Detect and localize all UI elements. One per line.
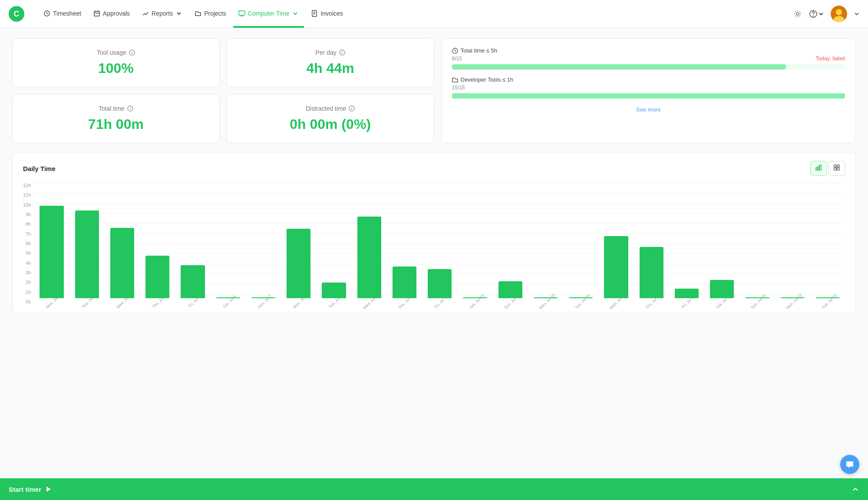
bar-3 [145,256,169,298]
bar-16 [604,236,628,298]
svg-rect-4 [239,11,245,15]
bar-group-5[interactable]: Sat, Jul 6 [211,297,245,304]
bar-group-7[interactable]: Mon, Jul 8 [281,229,316,304]
bar-group-0[interactable]: Mon, Jul 1 [34,206,69,304]
svg-rect-23 [837,168,839,170]
chat-bubble[interactable] [840,455,859,474]
nav-item-reports[interactable]: Reports [137,0,188,28]
bar-group-1[interactable]: Tue, Jul 2 [70,211,104,304]
bar-group-11[interactable]: Fri, Jul 12 [422,269,457,304]
bar-group-8[interactable]: Tue, Jul 9 [317,283,351,304]
bar-9 [357,217,381,298]
bar-group-21[interactable]: Mon, Jul 22 [776,297,810,304]
bottom-bar[interactable]: Start timer [0,478,868,500]
bar-21 [781,297,805,298]
total-time-label: Total time [99,105,133,112]
bar-label-20: Sun, Jul 21 [750,293,767,310]
gear-icon [793,10,802,18]
bar-2 [110,228,134,298]
info-icon-total-time[interactable] [127,105,133,112]
svg-point-6 [796,13,799,15]
stat-card-tool-usage: Tool usage 100% [12,38,220,87]
bar-group-13[interactable]: Sun, Jul 14 [493,281,528,304]
bar-12 [463,297,487,298]
info-icon-per-day[interactable] [339,49,345,56]
y-label-3h: 3h [26,270,31,275]
chevron-down-icon-ct [292,10,299,17]
chat-icon [845,460,854,469]
settings-button[interactable] [793,10,802,18]
stat-card-total-time: Total time 71h 00m [12,94,220,143]
bar-17 [640,247,663,298]
bar-5 [216,297,240,298]
bar-group-15[interactable]: Tue, Jul 16 [564,297,598,304]
active-underline [233,26,304,27]
bar-chart-container: 12h 11h 10h 9h 8h 7h 6h 5h 4h 3h 2h 1h 0… [23,183,845,304]
nav-item-projects[interactable]: Projects [189,0,231,28]
stat-col-mid: Per day 4h 44m Distracted time 0h 00m (0… [227,38,434,143]
bar-group-16[interactable]: Wed, Jul 17 [599,236,633,304]
bar-group-3[interactable]: Thu, Jul 4 [140,256,175,304]
nav-label-timesheet: Timesheet [53,10,81,17]
chevron-up-icon[interactable] [851,485,859,493]
bar-10 [393,266,416,298]
stat-card-distracted: Distracted time 0h 00m (0%) [227,94,434,143]
nav-item-approvals[interactable]: Approvals [88,0,135,28]
document-icon [311,10,318,17]
logo[interactable]: C [9,6,24,22]
bar-chart-icon [815,164,822,171]
chevron-down-help-icon [818,11,824,16]
chart-view-buttons [810,161,845,176]
main-content: Tool usage 100% Total time 71h 00m Per d… [0,28,868,500]
start-timer-label: Start timer [9,486,52,493]
rule-1-title: Total time ≤ 5h [452,47,845,54]
bar-19 [710,280,734,298]
y-label-6h: 6h [26,241,31,246]
svg-point-10 [836,9,842,15]
nav-item-timesheet[interactable]: Timesheet [38,0,86,28]
clock-rule-icon [452,48,458,54]
nav-items: Timesheet Approvals Reports Projects Com… [38,0,779,28]
bar-group-6[interactable]: Sun, Jul 7 [246,297,281,304]
stat-card-per-day: Per day 4h 44m [227,38,434,87]
see-more: See more [452,105,845,113]
bar-group-10[interactable]: Thu, Jul 11 [387,266,422,304]
bar-label-12: Sat, Jul 13 [469,293,485,309]
bar-label-15: Tue, Jul 16 [574,293,591,309]
bar-group-9[interactable]: Wed, Jul 10 [352,217,386,304]
chart-icon [142,10,149,17]
nav-label-reports: Reports [152,10,173,17]
chart-title: Daily Time [23,165,56,172]
bar-label-5: Sat, Jul 6 [222,294,237,309]
y-label-4h: 4h [26,260,31,266]
bar-group-20[interactable]: Sun, Jul 21 [740,297,774,304]
y-label-11h: 11h [23,192,31,197]
svg-rect-17 [816,168,817,170]
info-icon-distracted[interactable] [349,105,355,112]
help-button[interactable] [809,10,824,18]
bar-group-2[interactable]: Wed, Jul 3 [105,228,139,304]
bar-chart-button[interactable] [810,161,827,176]
avatar-dropdown-icon[interactable] [854,11,859,16]
chart-header: Daily Time [23,161,845,176]
bar-group-12[interactable]: Sat, Jul 13 [458,297,492,304]
see-more-link[interactable]: See more [636,106,660,113]
nav-item-computer-time[interactable]: Computer Time [233,0,304,28]
bar-4 [181,265,205,298]
bar-group-17[interactable]: Thu, Jul 18 [634,247,669,304]
bar-18 [675,289,699,298]
info-icon-tool-usage[interactable] [129,49,135,56]
bar-group-14[interactable]: Mon, Jul 15 [528,297,563,304]
svg-marker-24 [46,487,51,492]
svg-rect-21 [837,165,839,167]
bar-group-18[interactable]: Fri, Jul 19 [670,289,704,304]
svg-point-8 [813,16,814,16]
tool-usage-value: 100% [98,60,134,76]
bar-1 [75,211,99,298]
bar-group-22[interactable]: Tue, Jul 23 [811,297,845,304]
avatar[interactable] [831,6,847,22]
bar-group-4[interactable]: Fri, Jul 5 [175,265,210,304]
grid-chart-button[interactable] [828,161,845,176]
nav-item-invoices[interactable]: Invoices [306,0,348,28]
bar-group-19[interactable]: Sat, Jul 20 [705,280,739,304]
